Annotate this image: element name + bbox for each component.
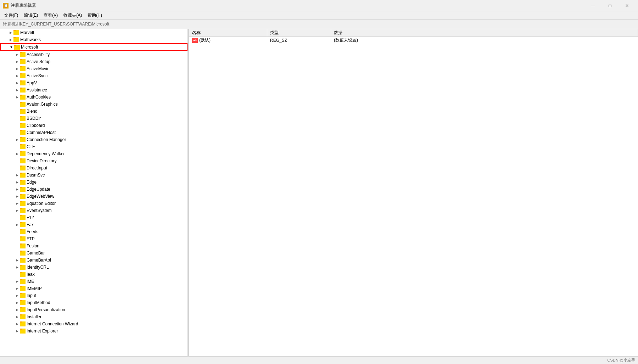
close-button[interactable]: ✕ [619,0,635,11]
tree-item-blend[interactable]: ▶ Blend [0,108,188,115]
expand-icon-internet-connection-wizard[interactable]: ▶ [14,321,20,327]
tree-item-ime[interactable]: ▶ IME [0,278,188,285]
tree-item-appv[interactable]: ▶ AppV [0,79,188,86]
tree-item-gamebar[interactable]: ▶ GameBar [0,250,188,257]
tree-item-microsoft[interactable]: ▼ Microsoft [0,43,188,51]
expand-icon-eventsystem[interactable]: ▶ [14,208,20,213]
expand-icon-activesync[interactable]: ▶ [14,73,20,79]
tree-item-marvell[interactable]: ▶ Marvell [0,29,188,36]
registry-row-default[interactable]: ab (默认) REG_SZ (数值未设置) [189,37,638,44]
expand-icon-appv[interactable]: ▶ [14,80,20,86]
tree-item-active-setup[interactable]: ▶ Active Setup [0,58,188,65]
column-header-name[interactable]: 名称 [189,29,267,37]
maximize-button[interactable]: □ [602,0,618,11]
expand-icon-accessibility[interactable]: ▶ [14,52,20,57]
tree-item-directinput[interactable]: ▶ DirectInput [0,164,188,172]
expand-icon-edge[interactable]: ▶ [14,179,20,185]
tree-item-clipboard[interactable]: ▶ Clipboard [0,122,188,129]
tree-label-edge: Edge [27,180,37,185]
tree-item-feeds[interactable]: ▶ Feeds [0,228,188,235]
expand-icon-assistance[interactable]: ▶ [14,87,20,93]
expand-icon-installer[interactable]: ▶ [14,314,20,320]
tree-item-dependency-walker[interactable]: ▶ Dependency Walker [0,150,188,157]
expand-icon-inputmethod[interactable]: ▶ [14,300,20,306]
expand-icon-fax[interactable]: ▶ [14,222,20,228]
expand-icon-gamebarapi[interactable]: ▶ [14,257,20,263]
tree-label-imemip: IMEMIP [27,286,42,291]
tree-item-gamebarapi[interactable]: ▶ GameBarApi [0,257,188,264]
tree-item-accessibility[interactable]: ▶ Accessibility [0,51,188,58]
tree-item-ctf[interactable]: ▶ CTF [0,143,188,150]
tree-item-bsddir[interactable]: ▶ BSDDir [0,115,188,122]
tree-item-equation-editor[interactable]: ▶ Equation Editor [0,200,188,207]
expand-icon-connection-manager[interactable]: ▶ [14,137,20,142]
tree-item-internet-connection-wizard[interactable]: ▶ Internet Connection Wizard [0,320,188,327]
title-bar-text: 注册表编辑器 [11,2,36,9]
expand-icon-identitycrl[interactable]: ▶ [14,264,20,270]
expand-icon-equation-editor[interactable]: ▶ [14,201,20,206]
expand-icon-imemip[interactable]: ▶ [14,286,20,291]
tree-item-input[interactable]: ▶ Input [0,292,188,299]
menu-favorites[interactable]: 收藏夹(A) [61,12,85,19]
expand-icon-ime[interactable]: ▶ [14,279,20,284]
expand-icon-authcookies[interactable]: ▶ [14,94,20,100]
tree-item-inputmethod[interactable]: ▶ InputMethod [0,299,188,306]
tree-label-appv: AppV [27,80,37,85]
tree-item-mathworks[interactable]: ▶ Mathworks [0,36,188,43]
tree-label-devicedirectory: DeviceDirectory [27,158,57,163]
menu-file[interactable]: 文件(F) [1,12,21,19]
tree-item-authcookies[interactable]: ▶ AuthCookies [0,94,188,101]
tree-item-eventsystem[interactable]: ▶ EventSystem [0,207,188,214]
tree-item-internet-explorer[interactable]: ▶ Internet Explorer [0,327,188,335]
tree-item-edge[interactable]: ▶ Edge [0,179,188,186]
tree-item-avalon-graphics[interactable]: ▶ Avalon.Graphics [0,101,188,108]
folder-icon-equation-editor [20,201,26,206]
column-header-data[interactable]: 数据 [331,29,638,37]
menu-help[interactable]: 帮助(H) [85,12,105,19]
tree-label-fusion: Fusion [27,243,39,248]
tree-item-activesync[interactable]: ▶ ActiveSync [0,72,188,79]
expand-icon-active-setup[interactable]: ▶ [14,59,20,65]
tree-item-ieak[interactable]: ▶ Ieak [0,271,188,278]
tree-item-fax[interactable]: ▶ Fax [0,221,188,228]
tree-item-f12[interactable]: ▶ F12 [0,214,188,221]
expand-icon-dusmsvc[interactable]: ▶ [14,172,20,178]
column-header-type[interactable]: 类型 [267,29,331,37]
expand-icon-edgewebview[interactable]: ▶ [14,194,20,199]
tree-item-dusmsvc[interactable]: ▶ DusmSvc [0,172,188,179]
menu-view[interactable]: 查看(V) [41,12,61,19]
tree-item-edgeupdate[interactable]: ▶ EdgeUpdate [0,186,188,193]
tree-item-imemip[interactable]: ▶ IMEMIP [0,285,188,292]
tree-item-commsaphost[interactable]: ▶ CommsAPHost [0,129,188,136]
folder-icon-identitycrl [20,265,26,270]
folder-icon-directinput [20,166,26,170]
tree-item-inputpersonalization[interactable]: ▶ InputPersonalization [0,306,188,313]
expand-icon-inputpersonalization[interactable]: ▶ [14,307,20,313]
folder-icon-devicedirectory [20,158,26,163]
minimize-button[interactable]: — [585,0,601,11]
tree-item-connection-manager[interactable]: ▶ Connection Manager [0,136,188,143]
tree-item-installer[interactable]: ▶ Installer [0,313,188,320]
tree-item-devicedirectory[interactable]: ▶ DeviceDirectory [0,157,188,164]
expand-icon-activemovie[interactable]: ▶ [14,66,20,72]
menu-edit[interactable]: 编辑(E) [21,12,41,19]
expand-icon-internet-explorer[interactable]: ▶ [14,328,20,334]
expand-icon-input[interactable]: ▶ [14,293,20,298]
expand-icon-mathworks[interactable]: ▶ [8,37,13,43]
expand-icon-dependency-walker[interactable]: ▶ [14,151,20,157]
expand-icon-marvell[interactable]: ▶ [8,30,13,35]
tree-item-assistance[interactable]: ▶ Assistance [0,86,188,94]
tree-item-identitycrl[interactable]: ▶ IdentityCRL [0,264,188,271]
tree-item-ftp[interactable]: ▶ FTP [0,235,188,242]
tree-label-avalon-graphics: Avalon.Graphics [27,102,58,107]
tree-label-marvell: Marvell [20,30,34,35]
expand-icon-microsoft[interactable]: ▼ [9,44,14,50]
right-panel: 名称 类型 数据 ab (默认) REG_SZ (数值未设置) [189,29,638,356]
folder-icon-installer [20,314,26,319]
folder-icon-inputmethod [20,300,26,305]
tree-item-activemovie[interactable]: ▶ ActiveMovie [0,65,188,72]
tree-label-activesync: ActiveSync [27,73,47,78]
expand-icon-edgeupdate[interactable]: ▶ [14,186,20,192]
tree-item-fusion[interactable]: ▶ Fusion [0,242,188,250]
tree-item-edgewebview[interactable]: ▶ EdgeWebView [0,193,188,200]
